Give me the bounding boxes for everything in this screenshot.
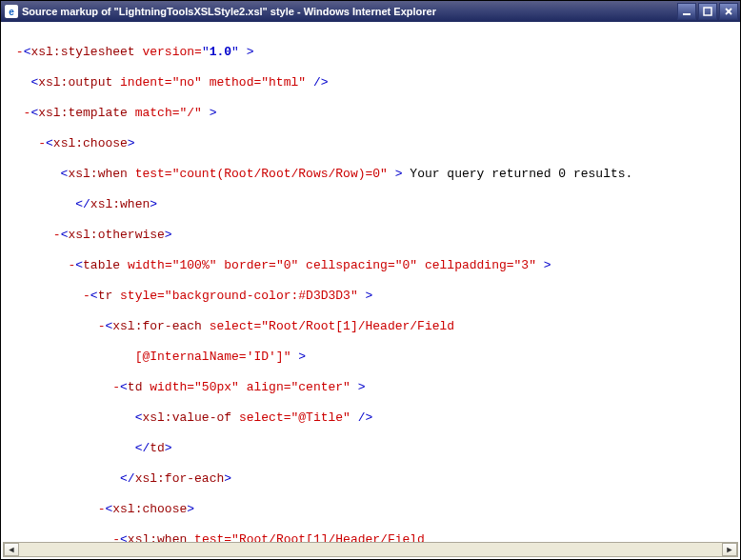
svg-rect-1 bbox=[704, 8, 711, 15]
svg-rect-0 bbox=[683, 13, 691, 15]
content-area: -<xsl:stylesheet version="1.0" > <xsl:ou… bbox=[3, 22, 738, 542]
horizontal-scrollbar[interactable]: ◄ ► bbox=[3, 542, 738, 557]
scroll-right-icon[interactable]: ► bbox=[722, 543, 737, 556]
source-code: -<xsl:stylesheet version="1.0" > <xsl:ou… bbox=[3, 22, 738, 542]
maximize-button[interactable] bbox=[698, 3, 717, 20]
scroll-track[interactable] bbox=[19, 543, 722, 556]
window-buttons bbox=[677, 3, 738, 20]
window-title: Source markup of "LightningToolsXSLStyle… bbox=[22, 6, 677, 17]
close-button[interactable] bbox=[719, 3, 738, 20]
title-bar: e Source markup of "LightningToolsXSLSty… bbox=[1, 1, 740, 22]
minimize-button[interactable] bbox=[677, 3, 696, 20]
ie-icon: e bbox=[5, 5, 18, 18]
scroll-left-icon[interactable]: ◄ bbox=[4, 543, 19, 556]
